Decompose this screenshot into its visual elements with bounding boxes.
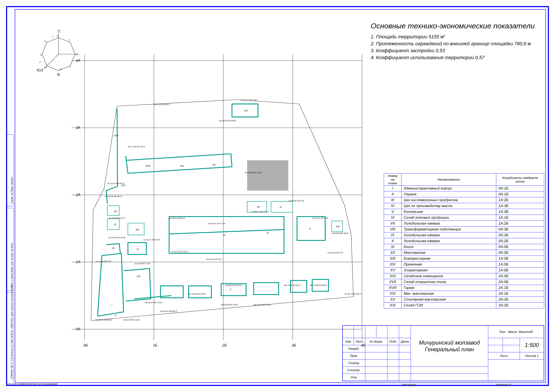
indicators-block: Основные технико-экономические показател… [371, 22, 544, 62]
site-plan-drawing: С В ЮЗ 11 5 10 7 13 15 15 12 3 17 [28, 17, 384, 362]
svg-rect-44 [189, 286, 211, 298]
svg-text:0а=4,37 0б=14,03: 0а=4,37 0б=14,03 [124, 319, 139, 321]
table-row: XIVПрачечная1А:0Б [384, 262, 544, 267]
svg-text:III: III [223, 234, 225, 236]
svg-text:1а=65,13 2б=79,14: 1а=65,13 2б=79,14 [251, 211, 268, 213]
svg-text:0Б: 0Б [83, 343, 88, 347]
svg-text:2а=15,73 0б=36,17: 2а=15,73 0б=36,17 [107, 182, 124, 185]
table-row: IIОхрана0А:1Б [384, 192, 544, 197]
svg-text:0а=59,58 2б=15,87: 0а=59,58 2б=15,87 [221, 304, 238, 306]
svg-text:XIII: XIII [135, 228, 139, 231]
table-row: IАдминистративный корпус0А:1Б [384, 185, 544, 192]
svg-text:2а=52,49 0б=36,70: 2а=52,49 0б=36,70 [105, 195, 122, 198]
svg-text:XXI: XXI [244, 109, 248, 112]
svg-text:II: II [115, 314, 116, 317]
indicators-title: Основные технико-экономические показател… [371, 22, 544, 30]
table-row: XIIМастерская0А:0Б [384, 250, 544, 256]
svg-text:3Б: 3Б [292, 343, 296, 347]
indicator-2: 2. Протяженность ограждений по внешней г… [371, 41, 544, 47]
table-row: XXСтолярная мастерская2А:2Б [384, 297, 544, 303]
svg-text:IV: IV [267, 232, 269, 234]
svg-text:XVII: XVII [114, 134, 118, 137]
expl-head-coord: Координаты квадрата сетки [496, 173, 544, 185]
svg-text:VI: VI [137, 248, 139, 250]
svg-text:За=17,1 Зб=17,20: За=17,1 Зб=17,20 [241, 99, 257, 101]
svg-text:I: I [112, 303, 112, 306]
svg-text:13: 13 [44, 66, 46, 68]
svg-text:2Б: 2Б [222, 343, 227, 347]
table-row: XVIIСклад открытого типа2А:0Б [384, 279, 544, 285]
svg-text:3: 3 [52, 36, 53, 38]
svg-rect-41 [297, 217, 325, 240]
stamp-scale: 1:500 [520, 338, 544, 352]
svg-text:12: 12 [59, 68, 62, 70]
svg-rect-40 [169, 217, 284, 253]
svg-text:В: В [57, 72, 60, 77]
svg-rect-51 [107, 219, 119, 229]
table-row: VIСклад готовой продукции1А:1Б [384, 215, 544, 221]
footer-kopiroval: Копировал [402, 383, 416, 386]
indicator-4: 4. Коэффициент использования территории … [371, 55, 544, 60]
side-text-1: КОМПАС-3D LT V12 (Home) (С) ЗАО АСКОН, 1… [10, 285, 13, 379]
svg-text:За=28,63 1б=86,69: За=28,63 1б=86,69 [219, 120, 236, 122]
svg-text:2А: 2А [76, 193, 80, 197]
svg-text:0а=68,82 2б=25,01: 0а=68,82 2б=25,01 [226, 284, 242, 286]
svg-text:0а=75,06 3б=20,17: 0а=75,06 3б=20,17 [284, 284, 301, 286]
svg-text:3А: 3А [76, 126, 80, 130]
table-row: IXХолодильная камера0А:3Б [384, 232, 544, 238]
svg-text:1а=56,99 3б=39,91: 1а=56,99 3б=39,91 [332, 232, 349, 234]
site-boundary [91, 100, 353, 321]
svg-text:XVIII: XVIII [145, 164, 150, 167]
watermark: Не для коммерческого использования [7, 382, 58, 385]
svg-text:XX: XX [212, 164, 216, 166]
svg-text:5: 5 [69, 39, 70, 41]
svg-text:1Б: 1Б [153, 343, 157, 347]
svg-text:1а=30,49 3б=9,47: 1а=30,49 3б=9,47 [327, 252, 343, 254]
table-row: XХолодильная камера0А:2Б [384, 238, 544, 244]
svg-text:0а=52,57 0б=73,14: 0а=52,57 0б=73,14 [145, 301, 162, 304]
svg-text:1а=18,71 0б=78,79: 1а=18,71 0б=78,79 [143, 239, 160, 241]
table-row: XXIСклад ГСМ3А:2Б [384, 303, 544, 308]
svg-text:0А: 0А [76, 327, 80, 331]
svg-text:XII: XII [114, 210, 117, 213]
svg-text:V: V [309, 228, 311, 230]
svg-text:2а=64,83 2б=36,36: 2а=64,83 2б=36,36 [245, 171, 262, 174]
svg-text:X: X [230, 288, 232, 291]
table-row: XVХлораторная1А:0Б [384, 267, 544, 273]
indicator-1: 1. Площадь территории 5155 м2 [371, 34, 544, 40]
table-row: XIXМех. мастерская2А:1Б [384, 291, 544, 297]
explication-table: Номер на плане Наименование Координаты к… [384, 173, 544, 308]
svg-text:ЮЗ: ЮЗ [37, 68, 43, 72]
svg-text:XIX: XIX [180, 164, 184, 167]
table-row: XVIСкладские помещения2А:0Б [384, 273, 544, 279]
svg-text:1а=67,45 0б=16,40: 1а=67,45 0б=16,40 [108, 236, 125, 239]
dimension-labels: За=5,24 Зб=36,17 За=17,1 Зб=17,20 За=28,… [95, 99, 362, 321]
svg-text:1а=72,47 3б=7,46: 1а=72,47 3б=7,46 [312, 217, 328, 219]
svg-text:За=5,24 Зб=36,17: За=5,24 Зб=36,17 [154, 103, 170, 106]
svg-text:1а=74,99 0б=24,77: 1а=74,99 0б=24,77 [108, 217, 125, 219]
svg-text:1а=69,6 1б=50,19: 1а=69,6 1б=50,19 [169, 217, 185, 219]
svg-text:11: 11 [56, 35, 58, 37]
svg-text:0а=59,50 2б=76,29: 0а=59,50 2б=76,29 [254, 304, 270, 306]
svg-text:1А: 1А [76, 260, 80, 264]
svg-text:0а=32,51 0б=86,07: 0а=32,51 0б=86,07 [161, 310, 178, 312]
side-text-2: Подп. и дата Взам. инв. № Инв. № дубл. [10, 242, 13, 288]
svg-text:0а=61,72 3б=88,71: 0а=61,72 3б=88,71 [345, 293, 362, 295]
expl-head-name: Наименование [402, 173, 496, 185]
engineering-drawing-sheet: КОМПАС-3D LT V12 (Home) (С) ЗАО АСКОН, 1… [0, 0, 555, 392]
table-row: XVIIIГараж2А:1Б [384, 285, 544, 291]
svg-text:7: 7 [70, 66, 71, 68]
svg-text:0а=38,12 0б=54,52: 0а=38,12 0б=54,52 [95, 319, 112, 321]
svg-text:15: 15 [44, 40, 47, 43]
indicator-3: 3. Коэффициент застройки 0,53 [371, 48, 544, 53]
table-row: VIIIТрансформаторная подстанция0А:3Б [384, 227, 544, 232]
side-text-3: Справ. № Перв. примен. [10, 176, 13, 204]
svg-text:VIII: VIII [336, 225, 340, 228]
svg-text:1а=27,10 1б=18,10: 1а=27,10 1б=18,10 [171, 250, 188, 253]
svg-text:1а=11,06 0б=7,87: 1а=11,06 0б=7,87 [95, 260, 111, 263]
svg-text:XIV: XIV [136, 275, 141, 278]
svg-text:С: С [58, 29, 60, 33]
svg-text:0а=60,48 1б=66,50: 0а=60,48 1б=66,50 [189, 293, 205, 295]
svg-text:1а=63,57 1б=77,44: 1а=63,57 1б=77,44 [208, 222, 225, 225]
table-row: XIКиоск0А:0Б [384, 244, 544, 250]
